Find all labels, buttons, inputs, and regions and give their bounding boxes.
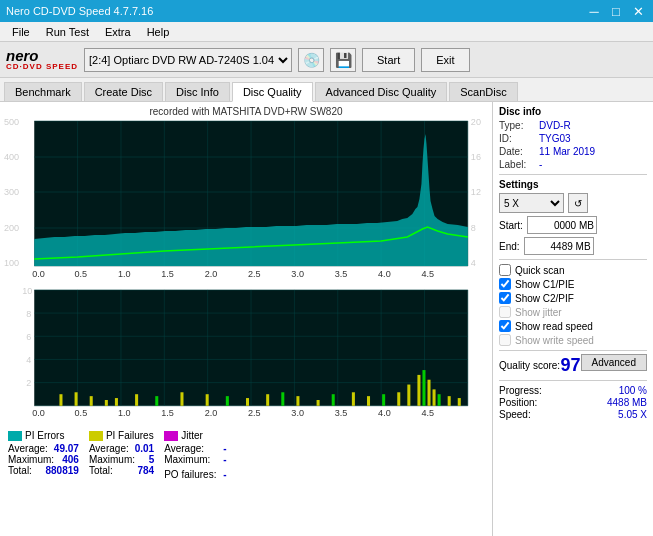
svg-rect-69 <box>352 392 355 406</box>
svg-text:3.5: 3.5 <box>335 409 348 419</box>
quality-score-row: Quality score: 97 <box>499 355 581 376</box>
type-label: Type: <box>499 120 535 131</box>
progress-label: Progress: <box>499 385 542 396</box>
speed-value: 5.05 X <box>618 409 647 420</box>
pi-errors-max-val: 406 <box>62 454 79 465</box>
svg-text:400: 400 <box>4 152 19 162</box>
pi-errors-stats: PI Errors Average: 49.07 Maximum: 406 To… <box>8 430 79 480</box>
pi-errors-color <box>8 431 22 441</box>
show-write-speed-checkbox[interactable] <box>499 334 511 346</box>
svg-text:0.5: 0.5 <box>75 409 88 419</box>
pi-failures-color <box>89 431 103 441</box>
pi-failures-total-val: 784 <box>138 465 155 476</box>
jitter-avg-label: Average: <box>164 443 204 454</box>
svg-rect-59 <box>155 396 158 406</box>
show-c1-checkbox[interactable] <box>499 278 511 290</box>
show-c2-row: Show C2/PIF <box>499 292 647 304</box>
svg-text:4.5: 4.5 <box>421 409 434 419</box>
drive-select[interactable]: [2:4] Optiarc DVD RW AD-7240S 1.04 <box>84 48 292 72</box>
tab-disc-quality[interactable]: Disc Quality <box>232 82 313 102</box>
svg-text:8: 8 <box>26 309 31 319</box>
svg-text:12: 12 <box>471 187 481 197</box>
advanced-button[interactable]: Advanced <box>581 354 647 371</box>
maximize-button[interactable]: □ <box>607 3 625 19</box>
pi-errors-total-label: Total: <box>8 465 32 476</box>
jitter-avg-val: - <box>223 443 226 454</box>
pi-errors-avg-val: 49.07 <box>54 443 79 454</box>
show-read-speed-checkbox[interactable] <box>499 320 511 332</box>
svg-rect-77 <box>433 389 436 405</box>
disc-icon-button[interactable]: 💿 <box>298 48 324 72</box>
menu-run-test[interactable]: Run Test <box>38 24 97 40</box>
toolbar: nero CD·DVD SPEED [2:4] Optiarc DVD RW A… <box>0 42 653 78</box>
svg-rect-60 <box>180 392 183 406</box>
show-c2-checkbox[interactable] <box>499 292 511 304</box>
speed-label: Speed: <box>499 409 531 420</box>
svg-rect-54 <box>75 392 78 406</box>
svg-text:4: 4 <box>26 355 31 365</box>
label-value: - <box>539 159 542 170</box>
start-row: Start: <box>499 216 647 234</box>
save-button[interactable]: 💾 <box>330 48 356 72</box>
label-label: Label: <box>499 159 535 170</box>
show-jitter-row: Show jitter <box>499 306 647 318</box>
pi-errors-max-label: Maximum: <box>8 454 54 465</box>
svg-text:4.0: 4.0 <box>378 409 391 419</box>
svg-text:3.0: 3.0 <box>291 409 304 419</box>
type-value: DVD-R <box>539 120 571 131</box>
tab-scandisc[interactable]: ScanDisc <box>449 82 517 101</box>
tab-create-disc[interactable]: Create Disc <box>84 82 163 101</box>
minimize-button[interactable]: ─ <box>585 3 603 19</box>
show-jitter-checkbox[interactable] <box>499 306 511 318</box>
pi-failures-label: PI Failures <box>106 430 154 441</box>
progress-section: Progress: 100 % Position: 4488 MB Speed:… <box>499 385 647 420</box>
menu-extra[interactable]: Extra <box>97 24 139 40</box>
exit-button[interactable]: Exit <box>421 48 469 72</box>
stats-area: PI Errors Average: 49.07 Maximum: 406 To… <box>4 428 488 482</box>
svg-rect-73 <box>407 385 410 406</box>
svg-text:10: 10 <box>22 288 32 296</box>
quality-score-label: Quality score: <box>499 360 560 371</box>
tab-advanced-disc-quality[interactable]: Advanced Disc Quality <box>315 82 448 101</box>
start-input[interactable] <box>527 216 597 234</box>
svg-rect-74 <box>417 375 420 406</box>
jitter-label: Jitter <box>181 430 203 441</box>
position-value: 4488 MB <box>607 397 647 408</box>
pi-failures-avg-val: 0.01 <box>135 443 154 454</box>
speed-select[interactable]: 5 X 4 X 8 X Max <box>499 193 564 213</box>
svg-rect-55 <box>90 396 93 406</box>
pi-failures-stats: PI Failures Average: 0.01 Maximum: 5 Tot… <box>89 430 154 480</box>
menu-file[interactable]: File <box>4 24 38 40</box>
svg-text:4.5: 4.5 <box>421 269 434 279</box>
refresh-button[interactable]: ↺ <box>568 193 588 213</box>
svg-text:1.5: 1.5 <box>161 409 174 419</box>
tab-benchmark[interactable]: Benchmark <box>4 82 82 101</box>
end-row: End: <box>499 237 647 255</box>
po-failures-label: PO failures: <box>164 469 216 480</box>
svg-text:2.5: 2.5 <box>248 269 261 279</box>
close-window-button[interactable]: ✕ <box>629 3 647 19</box>
date-value: 11 Mar 2019 <box>539 146 595 157</box>
svg-rect-56 <box>105 400 108 406</box>
pi-failures-avg-label: Average: <box>89 443 129 454</box>
id-label: ID: <box>499 133 535 144</box>
tab-disc-info[interactable]: Disc Info <box>165 82 230 101</box>
tab-bar: Benchmark Create Disc Disc Info Disc Qua… <box>0 78 653 102</box>
disc-label-row: Label: - <box>499 159 647 170</box>
svg-text:1.5: 1.5 <box>161 269 174 279</box>
start-button[interactable]: Start <box>362 48 415 72</box>
settings-title: Settings <box>499 179 647 190</box>
quick-scan-checkbox[interactable] <box>499 264 511 276</box>
svg-text:2.0: 2.0 <box>205 269 218 279</box>
svg-text:0.0: 0.0 <box>32 269 45 279</box>
end-input[interactable] <box>524 237 594 255</box>
right-panel: Disc info Type: DVD-R ID: TYG03 Date: 11… <box>493 102 653 536</box>
show-jitter-label: Show jitter <box>515 307 562 318</box>
menu-help[interactable]: Help <box>139 24 178 40</box>
svg-rect-66 <box>296 396 299 406</box>
svg-text:0.0: 0.0 <box>32 409 45 419</box>
show-write-speed-row: Show write speed <box>499 334 647 346</box>
svg-rect-80 <box>458 398 461 406</box>
progress-row: Progress: 100 % <box>499 385 647 396</box>
divider-3 <box>499 350 647 351</box>
